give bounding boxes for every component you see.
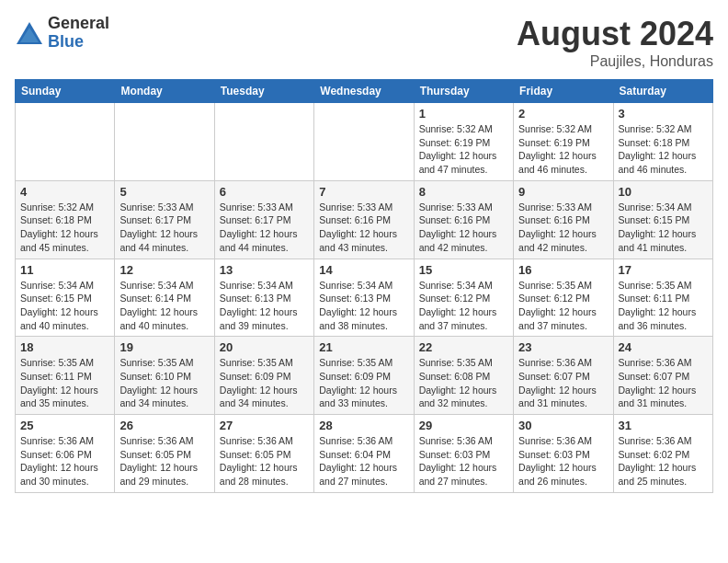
day-number: 11 (20, 263, 109, 277)
calendar-week-2: 4Sunrise: 5:32 AM Sunset: 6:18 PM Daylig… (16, 180, 713, 259)
day-number: 15 (419, 263, 508, 277)
calendar-cell: 26Sunrise: 5:36 AM Sunset: 6:05 PM Dayli… (115, 415, 214, 493)
weekday-header-tuesday: Tuesday (214, 80, 313, 103)
calendar-cell: 29Sunrise: 5:36 AM Sunset: 6:03 PM Dayli… (414, 415, 513, 493)
day-number: 24 (619, 340, 708, 354)
calendar-week-3: 11Sunrise: 5:34 AM Sunset: 6:15 PM Dayli… (16, 259, 713, 337)
day-info: Sunrise: 5:34 AM Sunset: 6:12 PM Dayligh… (419, 279, 508, 333)
calendar-cell (115, 103, 214, 181)
calendar-cell: 25Sunrise: 5:36 AM Sunset: 6:06 PM Dayli… (16, 415, 115, 493)
calendar-cell: 1Sunrise: 5:32 AM Sunset: 6:19 PM Daylig… (414, 103, 513, 181)
calendar-cell: 28Sunrise: 5:36 AM Sunset: 6:04 PM Dayli… (314, 415, 414, 493)
day-info: Sunrise: 5:33 AM Sunset: 6:17 PM Dayligh… (220, 201, 309, 255)
day-number: 14 (319, 263, 408, 277)
day-info: Sunrise: 5:36 AM Sunset: 6:06 PM Dayligh… (20, 434, 109, 488)
weekday-header-sunday: Sunday (16, 80, 115, 103)
calendar-cell (16, 103, 115, 181)
day-info: Sunrise: 5:33 AM Sunset: 6:17 PM Dayligh… (119, 201, 209, 255)
calendar-cell: 15Sunrise: 5:34 AM Sunset: 6:12 PM Dayli… (414, 259, 513, 337)
calendar-week-4: 18Sunrise: 5:35 AM Sunset: 6:11 PM Dayli… (16, 337, 713, 415)
calendar-cell: 5Sunrise: 5:33 AM Sunset: 6:17 PM Daylig… (115, 180, 214, 259)
day-info: Sunrise: 5:35 AM Sunset: 6:11 PM Dayligh… (619, 279, 708, 333)
calendar-cell: 21Sunrise: 5:35 AM Sunset: 6:09 PM Dayli… (314, 337, 414, 415)
day-info: Sunrise: 5:36 AM Sunset: 6:05 PM Dayligh… (220, 434, 309, 488)
day-info: Sunrise: 5:34 AM Sunset: 6:13 PM Dayligh… (319, 279, 408, 333)
day-number: 17 (619, 263, 708, 277)
day-info: Sunrise: 5:32 AM Sunset: 6:19 PM Dayligh… (419, 122, 508, 177)
day-number: 4 (20, 185, 109, 199)
calendar-cell: 23Sunrise: 5:36 AM Sunset: 6:07 PM Dayli… (514, 337, 613, 415)
day-info: Sunrise: 5:36 AM Sunset: 6:03 PM Dayligh… (419, 434, 508, 488)
day-info: Sunrise: 5:34 AM Sunset: 6:13 PM Dayligh… (220, 279, 309, 333)
calendar-cell: 31Sunrise: 5:36 AM Sunset: 6:02 PM Dayli… (613, 415, 712, 493)
day-number: 22 (419, 340, 508, 354)
calendar-cell: 14Sunrise: 5:34 AM Sunset: 6:13 PM Dayli… (314, 259, 414, 337)
calendar-cell: 13Sunrise: 5:34 AM Sunset: 6:13 PM Dayli… (214, 259, 313, 337)
weekday-header-row: SundayMondayTuesdayWednesdayThursdayFrid… (16, 80, 713, 103)
day-number: 9 (518, 185, 608, 199)
day-info: Sunrise: 5:36 AM Sunset: 6:07 PM Dayligh… (518, 356, 608, 410)
logo: General Blue (15, 15, 109, 52)
day-info: Sunrise: 5:35 AM Sunset: 6:09 PM Dayligh… (319, 356, 408, 410)
day-info: Sunrise: 5:34 AM Sunset: 6:14 PM Dayligh… (119, 279, 209, 333)
day-number: 6 (220, 185, 309, 199)
weekday-header-thursday: Thursday (414, 80, 513, 103)
day-info: Sunrise: 5:32 AM Sunset: 6:18 PM Dayligh… (20, 201, 109, 255)
calendar-cell: 4Sunrise: 5:32 AM Sunset: 6:18 PM Daylig… (16, 180, 115, 259)
day-info: Sunrise: 5:35 AM Sunset: 6:09 PM Dayligh… (220, 356, 309, 410)
day-number: 23 (518, 340, 608, 354)
calendar-cell (214, 103, 313, 181)
day-info: Sunrise: 5:32 AM Sunset: 6:18 PM Dayligh… (619, 122, 708, 177)
day-number: 2 (518, 107, 608, 121)
day-number: 16 (518, 263, 608, 277)
calendar-week-5: 25Sunrise: 5:36 AM Sunset: 6:06 PM Dayli… (16, 415, 713, 493)
day-info: Sunrise: 5:35 AM Sunset: 6:11 PM Dayligh… (20, 356, 109, 410)
day-info: Sunrise: 5:34 AM Sunset: 6:15 PM Dayligh… (20, 279, 109, 333)
calendar-table: SundayMondayTuesdayWednesdayThursdayFrid… (15, 79, 713, 493)
calendar-cell: 30Sunrise: 5:36 AM Sunset: 6:03 PM Dayli… (514, 415, 613, 493)
page-header: General Blue August 2024 Paujiles, Hondu… (15, 15, 713, 70)
day-number: 21 (319, 340, 408, 354)
logo-blue-text: Blue (48, 33, 109, 52)
day-number: 19 (119, 340, 209, 354)
calendar-cell: 18Sunrise: 5:35 AM Sunset: 6:11 PM Dayli… (16, 337, 115, 415)
calendar-cell: 7Sunrise: 5:33 AM Sunset: 6:16 PM Daylig… (314, 180, 414, 259)
logo-text: General Blue (48, 15, 109, 52)
day-number: 29 (419, 419, 508, 432)
day-info: Sunrise: 5:35 AM Sunset: 6:08 PM Dayligh… (419, 356, 508, 410)
calendar-header: SundayMondayTuesdayWednesdayThursdayFrid… (16, 80, 713, 103)
calendar-cell: 22Sunrise: 5:35 AM Sunset: 6:08 PM Dayli… (414, 337, 513, 415)
logo-icon (15, 20, 44, 46)
calendar-cell: 2Sunrise: 5:32 AM Sunset: 6:19 PM Daylig… (514, 103, 613, 181)
day-number: 18 (20, 340, 109, 354)
title-block: August 2024 Paujiles, Honduras (517, 15, 713, 70)
day-number: 7 (319, 185, 408, 199)
calendar-week-1: 1Sunrise: 5:32 AM Sunset: 6:19 PM Daylig… (16, 103, 713, 181)
weekday-header-monday: Monday (115, 80, 214, 103)
calendar-cell: 12Sunrise: 5:34 AM Sunset: 6:14 PM Dayli… (115, 259, 214, 337)
weekday-header-wednesday: Wednesday (314, 80, 414, 103)
day-number: 25 (20, 419, 109, 432)
day-number: 8 (419, 185, 508, 199)
calendar-title: August 2024 (517, 15, 713, 53)
day-number: 31 (619, 419, 708, 432)
day-number: 12 (119, 263, 209, 277)
day-info: Sunrise: 5:36 AM Sunset: 6:07 PM Dayligh… (619, 356, 708, 410)
calendar-cell: 6Sunrise: 5:33 AM Sunset: 6:17 PM Daylig… (214, 180, 313, 259)
calendar-cell: 16Sunrise: 5:35 AM Sunset: 6:12 PM Dayli… (514, 259, 613, 337)
day-info: Sunrise: 5:36 AM Sunset: 6:05 PM Dayligh… (119, 434, 209, 488)
day-info: Sunrise: 5:33 AM Sunset: 6:16 PM Dayligh… (419, 201, 508, 255)
calendar-cell: 9Sunrise: 5:33 AM Sunset: 6:16 PM Daylig… (514, 180, 613, 259)
calendar-location: Paujiles, Honduras (517, 53, 713, 70)
calendar-cell: 24Sunrise: 5:36 AM Sunset: 6:07 PM Dayli… (613, 337, 712, 415)
day-number: 30 (518, 419, 608, 432)
calendar-cell: 11Sunrise: 5:34 AM Sunset: 6:15 PM Dayli… (16, 259, 115, 337)
day-number: 1 (419, 107, 508, 121)
logo-general-text: General (48, 15, 109, 33)
calendar-cell: 19Sunrise: 5:35 AM Sunset: 6:10 PM Dayli… (115, 337, 214, 415)
day-info: Sunrise: 5:33 AM Sunset: 6:16 PM Dayligh… (319, 201, 408, 255)
day-info: Sunrise: 5:34 AM Sunset: 6:15 PM Dayligh… (619, 201, 708, 255)
day-info: Sunrise: 5:32 AM Sunset: 6:19 PM Dayligh… (518, 122, 608, 177)
day-number: 26 (119, 419, 209, 432)
day-info: Sunrise: 5:36 AM Sunset: 6:03 PM Dayligh… (518, 434, 608, 488)
